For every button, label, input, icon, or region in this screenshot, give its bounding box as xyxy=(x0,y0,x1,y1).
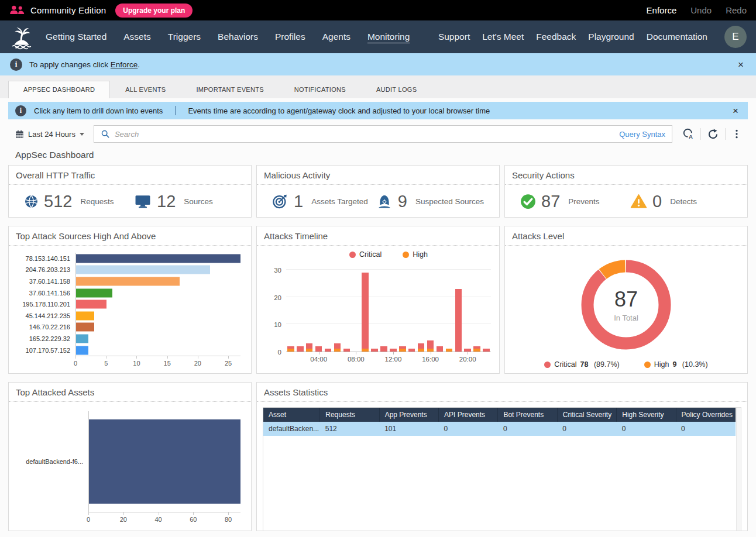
redo-button[interactable]: Redo xyxy=(726,5,747,15)
column-header-asset[interactable]: Asset xyxy=(263,408,320,422)
legend-item-high[interactable]: High xyxy=(403,250,428,259)
avatar[interactable]: E xyxy=(724,26,747,48)
stat-prevents[interactable]: 87Prevents xyxy=(520,192,622,211)
query-syntax-link[interactable]: Query Syntax xyxy=(619,130,665,139)
timeline-bar[interactable] xyxy=(342,264,351,352)
kebab-menu-icon[interactable] xyxy=(726,128,748,140)
bar[interactable] xyxy=(89,419,240,504)
legend-item-critical[interactable]: Critical xyxy=(349,250,382,259)
bar[interactable] xyxy=(76,288,112,297)
enforce-button[interactable]: Enforce xyxy=(647,5,677,15)
timeline-bar[interactable] xyxy=(295,264,305,352)
timeline-bar[interactable] xyxy=(286,264,295,352)
timeline-bar[interactable] xyxy=(305,264,314,352)
nav-item-profiles[interactable]: Profiles xyxy=(275,32,305,42)
tab-appsec-dashboard[interactable]: APPSEC DASHBOARD xyxy=(8,81,110,98)
column-header-app-prevents[interactable]: App Prevents xyxy=(379,408,438,422)
stat-sources[interactable]: 12Sources xyxy=(134,192,236,211)
svg-text:A: A xyxy=(689,133,693,140)
timeline-bar[interactable] xyxy=(398,264,407,352)
timeline-bar[interactable] xyxy=(417,264,426,352)
stat-requests[interactable]: 512Requests xyxy=(24,192,126,211)
table-cell[interactable]: 0 xyxy=(498,422,557,436)
table-row[interactable]: defaultBacken...51210100000 xyxy=(263,422,736,436)
dashboard-content: i Click any item to drill down into even… xyxy=(0,98,756,537)
donut-slice-critical[interactable] xyxy=(587,266,665,343)
time-range-selector[interactable]: Last 24 Hours xyxy=(8,130,91,139)
column-header-policy-overrides[interactable]: Policy Overrides xyxy=(676,408,735,422)
timeline-bar[interactable] xyxy=(482,264,491,352)
bar-category-label: 195.178.110.201 xyxy=(15,301,75,308)
refresh-icon[interactable] xyxy=(701,128,725,140)
timeline-bar[interactable] xyxy=(333,264,342,352)
table-cell[interactable]: 0 xyxy=(617,422,676,436)
table-cell[interactable]: 512 xyxy=(320,422,379,436)
timeline-bar[interactable] xyxy=(324,264,333,352)
bar[interactable] xyxy=(76,334,88,343)
tab-audit-logs[interactable]: AUDIT LOGS xyxy=(361,81,432,98)
bar[interactable] xyxy=(76,254,240,263)
table-cell[interactable]: 0 xyxy=(676,422,735,436)
timeline-bar[interactable] xyxy=(379,264,389,352)
stat-detects[interactable]: 0Detects xyxy=(630,192,732,211)
timeline-bar[interactable] xyxy=(314,264,324,352)
nav-item-assets[interactable]: Assets xyxy=(123,32,151,42)
nav-item-behaviors[interactable]: Behaviors xyxy=(218,32,258,42)
search-input[interactable] xyxy=(115,130,619,139)
nav-item-playground[interactable]: Playground xyxy=(588,32,634,42)
timeline-bar[interactable] xyxy=(426,264,435,352)
table-cell[interactable]: defaultBacken... xyxy=(263,422,320,436)
timeline-bar[interactable] xyxy=(435,264,445,352)
legend-item-high[interactable]: High 9 (10.3%) xyxy=(644,360,708,369)
logo-island-icon[interactable] xyxy=(9,24,34,50)
undo-button[interactable]: Undo xyxy=(690,5,712,15)
table-cell[interactable]: 0 xyxy=(557,422,616,436)
timeline-bar[interactable] xyxy=(472,264,482,352)
table-cell[interactable]: 101 xyxy=(379,422,438,436)
stat-assets-targeted[interactable]: 1Assets Targeted xyxy=(272,192,368,211)
bar[interactable] xyxy=(76,277,180,285)
bar[interactable] xyxy=(76,311,94,320)
upgrade-plan-button[interactable]: Upgrade your plan xyxy=(115,4,193,18)
nav-item-feedback[interactable]: Feedback xyxy=(536,32,576,42)
tab-all-events[interactable]: ALL EVENTS xyxy=(110,81,181,98)
legend-item-critical[interactable]: Critical 78 (89.7%) xyxy=(544,360,619,369)
timeline-bar[interactable] xyxy=(444,264,453,352)
nav-item-triggers[interactable]: Triggers xyxy=(168,32,201,42)
timeline-bar[interactable] xyxy=(389,264,398,352)
column-header-api-prevents[interactable]: API Prevents xyxy=(439,408,498,422)
y-axis-label: 0 xyxy=(263,349,281,356)
table-cell[interactable]: 0 xyxy=(439,422,498,436)
nav-item-support[interactable]: Support xyxy=(438,32,470,42)
bar[interactable] xyxy=(76,323,94,332)
column-header-requests[interactable]: Requests xyxy=(320,408,379,422)
nav-item-agents[interactable]: Agents xyxy=(322,32,350,42)
timeline-bar[interactable] xyxy=(370,264,379,352)
timeline-bar[interactable] xyxy=(351,264,360,352)
bar[interactable] xyxy=(76,300,106,309)
attacks-level-donut[interactable]: 87In Total xyxy=(576,254,676,355)
timeline-bar[interactable] xyxy=(463,264,472,352)
nav-item-documentation[interactable]: Documentation xyxy=(647,32,707,42)
column-header-bot-prevents[interactable]: Bot Prevents xyxy=(498,408,557,422)
bar-track xyxy=(75,333,240,345)
close-icon[interactable]: × xyxy=(736,60,746,70)
bar[interactable] xyxy=(76,266,210,274)
timeline-bar[interactable] xyxy=(360,264,370,352)
table-scrollbar[interactable] xyxy=(736,408,741,531)
column-header-critical-severity[interactable]: Critical Severity xyxy=(557,408,616,422)
timeline-bar[interactable] xyxy=(407,264,417,352)
tab-important-events[interactable]: IMPORTANT EVENTS xyxy=(181,81,279,98)
nav-item-let-s-meet[interactable]: Let's Meet xyxy=(482,32,524,42)
enforce-link[interactable]: Enforce xyxy=(111,60,138,69)
query-search-icon[interactable]: A xyxy=(676,128,700,140)
stat-suspected-sources[interactable]: 9Suspected Sources xyxy=(376,192,484,211)
tab-notifications[interactable]: NOTIFICATIONS xyxy=(279,81,361,98)
nav-item-monitoring[interactable]: Monitoring xyxy=(367,32,410,42)
nav-item-getting-started[interactable]: Getting Started xyxy=(46,32,106,42)
card-title: Assets Statistics xyxy=(257,383,747,402)
column-header-high-severity[interactable]: High Severity xyxy=(617,408,676,422)
close-icon[interactable]: × xyxy=(730,106,741,116)
timeline-bar[interactable] xyxy=(453,264,463,352)
bar[interactable] xyxy=(76,346,88,354)
